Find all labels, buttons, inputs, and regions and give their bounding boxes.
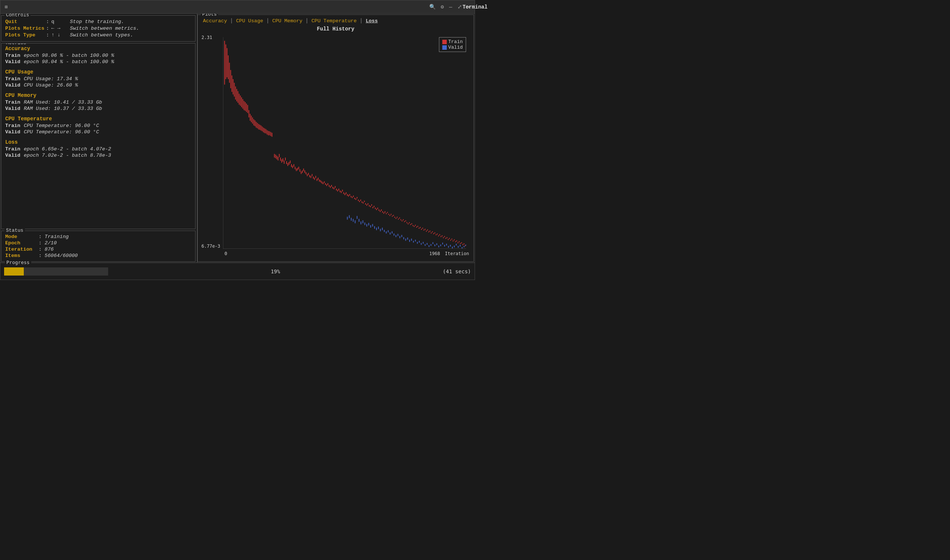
svg-rect-201 [349,215,350,218]
status-row-epoch: Epoch : 2/10 [5,240,191,246]
svg-rect-96 [340,191,341,192]
svg-rect-82 [322,182,323,184]
svg-rect-124 [373,206,374,207]
svg-rect-195 [460,243,461,244]
svg-rect-222 [390,232,391,235]
svg-rect-116 [364,200,365,202]
svg-rect-121 [370,206,371,207]
tab-accuracy[interactable]: Accuracy [202,18,228,24]
svg-rect-99 [344,192,344,194]
svg-rect-227 [399,236,400,238]
svg-rect-155 [412,223,412,224]
svg-rect-123 [372,207,373,208]
status-key-iteration: Iteration [5,246,39,252]
cpu-temp-valid-value: CPU Temperature: 96.00 °C [24,129,99,135]
svg-rect-113 [361,199,361,201]
tab-cpu-memory[interactable]: CPU Memory [271,18,304,24]
grid-icon: ⊞ [5,4,8,10]
svg-rect-160 [417,226,418,227]
svg-rect-232 [409,240,410,242]
svg-rect-157 [414,226,415,227]
svg-rect-138 [391,214,392,215]
svg-rect-80 [321,180,321,182]
svg-rect-127 [377,208,378,209]
svg-rect-120 [369,205,369,206]
svg-rect-62 [298,167,299,169]
maximize-icon[interactable]: ⤢ [458,4,462,10]
svg-rect-142 [395,218,396,219]
svg-rect-244 [433,242,433,244]
svg-rect-24 [251,115,251,122]
svg-rect-63 [299,169,300,172]
tab-cpu-usage[interactable]: CPU Usage [234,18,265,24]
tab-loss[interactable]: Loss [364,18,379,24]
svg-rect-20 [246,104,247,112]
svg-rect-22 [249,110,249,118]
svg-rect-8 [231,75,232,92]
svg-rect-78 [318,177,319,180]
svg-rect-238 [421,243,421,245]
metric-group-cpu-usage: CPU Usage Train CPU Usage: 17.34 % Valid… [5,69,191,88]
svg-rect-71 [309,175,310,177]
svg-rect-221 [388,230,389,232]
svg-rect-186 [449,238,450,239]
ctrl-binding-metrics: ← → [51,26,70,31]
svg-rect-64 [301,172,301,174]
svg-rect-256 [456,244,457,245]
chart-legend: Train Valid [439,37,466,52]
metric-title-loss: Loss [5,139,191,145]
minimize-icon[interactable]: — [449,4,452,10]
tab-cpu-temperature[interactable]: CPU Temperature [310,18,358,24]
svg-rect-70 [308,173,309,175]
svg-rect-54 [289,162,290,165]
svg-rect-194 [459,241,460,242]
svg-rect-177 [438,235,439,237]
svg-rect-210 [367,224,367,226]
svg-rect-237 [419,241,419,243]
svg-rect-146 [400,219,401,220]
svg-rect-2 [224,41,225,85]
svg-rect-14 [239,94,240,105]
svg-rect-153 [409,222,410,223]
svg-rect-13 [238,91,238,103]
svg-rect-207 [361,222,361,224]
metric-title-cpu-memory: CPU Memory [5,92,191,98]
svg-rect-51 [285,157,286,160]
svg-rect-114 [362,201,362,203]
ctrl-desc-quit: Stop the training. [70,19,124,25]
metric-row-cpu-temp-valid: Valid CPU Temperature: 96.00 °C [5,129,191,135]
svg-rect-223 [392,231,392,234]
svg-rect-27 [254,120,255,126]
svg-rect-140 [393,215,394,216]
svg-rect-89 [331,185,332,187]
svg-rect-3 [226,45,226,79]
svg-rect-206 [359,219,359,222]
svg-rect-56 [291,164,292,167]
svg-rect-30 [258,124,259,129]
svg-rect-11 [235,86,236,100]
svg-rect-119 [368,203,368,205]
svg-rect-44 [276,155,277,159]
svg-rect-31 [259,125,260,130]
legend-valid-label: Valid [448,45,463,50]
svg-rect-228 [401,235,402,237]
svg-rect-150 [406,220,406,222]
svg-rect-41 [272,132,273,137]
progress-section: Progress 19% (41 secs) [0,263,475,280]
svg-rect-230 [406,238,406,241]
svg-rect-107 [353,196,354,197]
status-row-items: Items : 56064/60000 [5,253,191,258]
svg-rect-109 [355,198,356,200]
gear-icon[interactable]: ⚙ [441,4,444,10]
svg-rect-197 [463,244,463,245]
search-icon[interactable]: 🔍 [429,4,436,10]
progress-label: Progress [5,260,31,265]
svg-rect-33 [262,127,263,131]
svg-rect-83 [324,181,324,183]
svg-rect-69 [307,174,308,176]
status-value-epoch: 2/10 [45,240,57,246]
svg-rect-212 [370,225,371,228]
svg-rect-163 [421,229,422,230]
svg-rect-29 [257,123,258,128]
svg-rect-18 [244,101,245,110]
